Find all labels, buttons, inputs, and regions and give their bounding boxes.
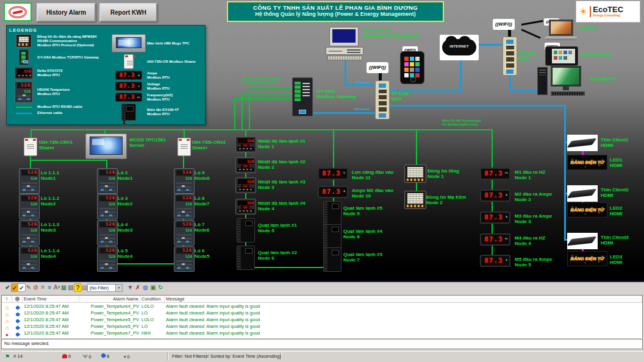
event-time: 12/1/2020 8:25:47 AM — [23, 336, 79, 338]
legend-label: Màn hình HMI Mcgs TPC — [147, 41, 190, 46]
status-count-drop: 8 — [101, 353, 109, 360]
device-label: Lò 8Node7 — [195, 196, 209, 207]
column-header-condition-n[interactable]: Condition N... — [140, 296, 165, 302]
alarm-name: Power_Tempeture5_PV — [79, 316, 140, 323]
temp-icon: 526526 — [97, 246, 118, 272]
device-label: Nhiệt độ làm lạnh #2Node 2 — [258, 160, 306, 170]
wire-cable — [521, 20, 543, 26]
device-label: M1 đầu ra HZNode 1 — [515, 170, 545, 180]
device-lo-7-node6: 526526 — [174, 220, 195, 246]
filter-edit-icon[interactable]: ▼ — [126, 283, 134, 292]
cable-swatch — [10, 113, 37, 114]
legend-item: GY-G6A Modbus TCP/RTU Gateway — [10, 49, 107, 65]
device-lo-1-1-3-node3: 526526 — [19, 220, 40, 246]
alarm-row[interactable]: ⚠12/1/2020 8:25:47 AMPower_Tempeture4_PV… — [2, 303, 642, 310]
pc01-server — [325, 27, 364, 61]
device-tsh-735i-cr-1-sharer — [24, 138, 37, 156]
bell-icon — [62, 354, 67, 358]
sun-icon: ☀ — [579, 5, 588, 18]
phone-icon — [400, 51, 424, 84]
device-label: Nhiệt độ làm lạnh #4Node 4 — [258, 201, 306, 211]
inv-icon — [237, 246, 255, 270]
wire-rs485 — [30, 160, 107, 161]
laptop — [545, 20, 577, 41]
message: Nhiệt độ #9: Power_Tempeture7_PV cao — [165, 336, 642, 338]
alarm-name: Power_Tempeture7_PV — [79, 336, 140, 338]
device-label: Quạt làm lạnh #1Node 5 — [258, 223, 297, 233]
device-label: Đồng hồ Mạ KẽmNode 2 — [426, 195, 466, 205]
condition: HI — [140, 336, 165, 338]
ong-ho-o-ien-a-nang-mfm384-icon — [10, 34, 37, 48]
alarm-toolbar: (No Filter) ▼ ✔✔✔✎⊘=≡Aᵃ▦▧?▤▼✗◍▣↻ — [0, 282, 644, 294]
company-title: CÔNG TY TNHH SẢN XUẤT LÊ PHAN GIA BÌNH D… — [228, 4, 443, 11]
device-lo-8-node7: 526526 — [174, 194, 195, 219]
device-label: Nhiệt độ làm lạnh #3Node 3 — [258, 180, 306, 190]
alarm-row[interactable]: ⚠12/1/2020 8:25:47 AMPower_Tempeture4_PV… — [2, 310, 642, 316]
diagram-note: Ethernet — [355, 80, 370, 85]
severity-icon: ● — [2, 335, 12, 339]
wire-ethernet — [303, 112, 376, 114]
inv-icon — [237, 218, 255, 243]
company-logo-button[interactable] — [4, 2, 32, 21]
inv-icon — [323, 247, 342, 272]
report-kwh-button[interactable]: Report KWH — [99, 3, 157, 22]
led-icon: BẢNG ĐIỆN TỬ — [567, 202, 607, 218]
legend-cable-item: Modbus RTU RS485 cable — [10, 105, 107, 109]
condition: LOLO — [140, 316, 165, 323]
meter-icon — [404, 191, 426, 209]
device-nhiet-o-lam-lanh-3-node-3: 526526 — [235, 177, 256, 193]
laptop-icon — [545, 20, 577, 41]
seg-icon: 87.3A — [480, 211, 510, 224]
device-label: Mobile/Tablet — [581, 52, 612, 58]
print-icon[interactable]: ▤ — [81, 283, 89, 292]
column-header-message[interactable]: Message — [165, 296, 642, 302]
device-label: Laptop — [580, 26, 596, 31]
device-nhiet-o-lam-lanh-2-node-2: 526526 — [235, 157, 256, 173]
sort-status-text: Sorted by: Event Time (Ascending) — [210, 353, 281, 360]
device-label: TP LinkWiFi — [518, 51, 536, 62]
condition: HIHI — [140, 330, 165, 336]
alarm-filter-dropdown[interactable]: (No Filter) ▼ — [87, 284, 123, 292]
alarm-table[interactable]: !Event TimeAlarm NameCondition N...Messa… — [1, 295, 643, 338]
voltage-icon: 87.3V — [110, 82, 147, 91]
column-header-event-time[interactable]: Event Time — [23, 296, 79, 302]
message: Alarm fault cleared: Alarm input quality… — [165, 323, 642, 330]
device-label: Đồng hồ tổngNode 1 — [428, 169, 459, 179]
filter-clear-icon[interactable]: ✗ — [134, 283, 142, 292]
alarm-row[interactable]: ⚠12/1/2020 8:25:47 AMPower_Tempeture5_PV… — [2, 316, 642, 323]
refresh-icon[interactable]: ↻ — [157, 283, 165, 292]
device-label: tSH-735i-CR#2Sharer — [192, 140, 226, 151]
alarm-panel: (No Filter) ▼ ✔✔✔✎⊘=≡Aᵃ▦▧?▤▼✗◍▣↻ !Event … — [0, 281, 644, 362]
wire-rs485 — [249, 88, 293, 90]
ong-ho-o-ien-a-nang-mfm384-icon — [16, 34, 32, 48]
column-header-alarm-name[interactable]: Alarm Name — [79, 296, 140, 302]
device-label: Remote PC — [590, 77, 617, 82]
device-label: Lò 6Node5 — [195, 249, 209, 259]
delta-icon: 526526 — [235, 137, 256, 152]
condition: LOLO — [140, 303, 165, 310]
event-time: 12/1/2020 8:25:47 AM — [23, 316, 79, 323]
alarm-row[interactable]: ●12/1/2020 8:25:47 AMPower_Tempeture7_PV… — [2, 336, 642, 338]
alarm-row[interactable]: ⚠12/1/2020 8:25:47 AMPower_Tempeture5_PV… — [2, 323, 642, 330]
history-alarm-button[interactable]: History Alarm — [37, 3, 96, 22]
legend-item: Biến tần EV100-4TModbus RTU — [110, 104, 204, 121]
delta-dta7272-icon: 526526 — [15, 67, 33, 79]
condition: LO — [140, 323, 165, 330]
unack-icon: Ψ — [83, 353, 88, 360]
alarm-filter-value: (No Filter) — [90, 286, 109, 290]
web-icon[interactable]: ◍ — [141, 283, 149, 292]
seg-icon: 87.3A — [480, 190, 510, 202]
device-quat-lam-lanh-5-node-9 — [323, 201, 342, 225]
alarm-name: Power_Tempeture4_PV — [79, 303, 140, 310]
router-icon — [503, 37, 517, 76]
thin-icon — [567, 135, 598, 151]
image-icon[interactable]: ▣ — [149, 283, 157, 292]
tplink-wifi-1 — [375, 80, 390, 119]
device-label: Ampe M2 đầu vàoNode 10 — [352, 188, 393, 199]
alarm-row[interactable]: ●12/1/2020 8:25:47 AMPower_Tempeture7_PV… — [2, 330, 642, 336]
legend-label: Modbus RTU RS485 cable — [37, 105, 82, 109]
legends-title: LEGENDS — [9, 27, 202, 33]
seg-icon: 87.3A — [318, 186, 348, 198]
divider — [167, 352, 168, 361]
temp-icon: 526526 — [19, 220, 40, 246]
